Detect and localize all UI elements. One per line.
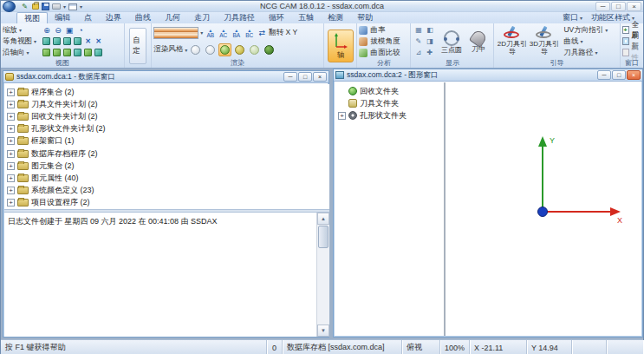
- expand-icon[interactable]: +: [7, 88, 15, 96]
- tree-item-tool-folder-plan[interactable]: +刀具文件夹计划 (2): [7, 98, 329, 110]
- axis-view-icon[interactable]: [53, 49, 61, 56]
- tab-cycle[interactable]: 循环: [262, 12, 291, 23]
- axis-view-icon[interactable]: [42, 49, 50, 56]
- graphics-window-titlebar[interactable]: ssdax.com.dca:2 - 图形窗口 ─ □ ×: [334, 69, 642, 82]
- render-shaded-icon[interactable]: [218, 43, 231, 56]
- flip-icon[interactable]: ⇄: [257, 28, 267, 37]
- expand-icon[interactable]: +: [338, 112, 346, 120]
- axis-view-icon[interactable]: [74, 49, 81, 56]
- chevron-down-icon[interactable]: ▾: [200, 30, 203, 36]
- tab-curve[interactable]: 曲线: [128, 12, 158, 23]
- render-shaded-edges-icon[interactable]: [233, 43, 246, 56]
- surface-compare-button[interactable]: 曲面比较: [359, 47, 408, 58]
- render-hidden-icon[interactable]: [204, 43, 217, 56]
- zoom-box-icon[interactable]: ▣: [64, 25, 75, 35]
- iso-view-icon[interactable]: [63, 37, 71, 45]
- graphics-canvas[interactable]: Y X: [446, 82, 641, 336]
- curve-guide-menu[interactable]: 曲线▾: [563, 36, 608, 47]
- zoom-previous-icon[interactable]: ◔: [75, 25, 86, 35]
- custom-button[interactable]: 自定: [129, 28, 146, 64]
- close-button[interactable]: ×: [313, 72, 327, 82]
- ribbon-style-menu[interactable]: 功能区样式▾: [591, 12, 634, 23]
- tree-item-program-set[interactable]: +程序集合 (2): [7, 86, 329, 98]
- tab-view[interactable]: 视图: [16, 12, 48, 23]
- zoom-in-icon[interactable]: ⊕: [42, 25, 52, 35]
- log-scrollbar[interactable]: ▲ ▼: [316, 213, 329, 337]
- minimize-button[interactable]: ─: [283, 72, 297, 82]
- uv-direction-guide-menu[interactable]: UV方向指引▾: [563, 24, 608, 36]
- draft-angle-button[interactable]: 拔模角度: [359, 36, 408, 47]
- tab-boundary[interactable]: 边界: [99, 12, 128, 23]
- view-pair-ba-icon[interactable]: BA: [231, 28, 242, 39]
- maximize-button[interactable]: □: [298, 72, 312, 82]
- expand-icon[interactable]: +: [7, 125, 15, 133]
- expand-icon[interactable]: +: [7, 101, 15, 108]
- display-icon[interactable]: ◨: [424, 36, 435, 47]
- expand-icon[interactable]: +: [7, 150, 15, 158]
- tree-item-element-props[interactable]: +图元属性 (40): [7, 172, 329, 184]
- expand-icon[interactable]: +: [7, 162, 15, 170]
- display-icon[interactable]: ▦: [413, 24, 424, 36]
- expand-icon[interactable]: +: [7, 137, 15, 145]
- database-window-titlebar[interactable]: ssdax.com.dca:1 - 数据库窗口 ─ □ ×: [3, 71, 329, 83]
- tab-geometry[interactable]: 几何: [158, 12, 187, 23]
- expand-icon[interactable]: +: [7, 113, 15, 121]
- along-axis-menu[interactable]: 沿轴向▾: [3, 48, 41, 58]
- expand-icon[interactable]: +: [7, 187, 15, 194]
- expand-icon[interactable]: +: [7, 199, 15, 206]
- tree-item-recycle-folder-plan[interactable]: +回收文件夹计划 (2): [7, 110, 329, 122]
- tree-item-hole-folder-plan[interactable]: +孔形状文件夹计划 (2): [7, 123, 329, 135]
- scrollbar-thumb[interactable]: [318, 226, 329, 248]
- render-style-menu[interactable]: 渲染风格▾: [153, 44, 187, 55]
- tab-5axis[interactable]: 五轴: [291, 12, 321, 23]
- properties-button[interactable]: 属性: [622, 47, 642, 58]
- view-pair-bc-icon[interactable]: BC: [244, 28, 255, 39]
- render-translucent-icon[interactable]: [248, 43, 261, 56]
- render-solid-icon[interactable]: [263, 43, 276, 56]
- curvature-button[interactable]: 曲率: [359, 24, 408, 36]
- view-pair-ab-icon[interactable]: AB: [205, 28, 216, 39]
- display-icon[interactable]: ✎: [413, 36, 424, 47]
- axis-view-icon[interactable]: [94, 49, 102, 56]
- window-menu[interactable]: 窗口▾: [563, 12, 582, 23]
- scroll-down-icon[interactable]: ▼: [317, 324, 329, 337]
- axis-view-icon[interactable]: [63, 49, 71, 56]
- render-wireframe-icon[interactable]: [189, 43, 202, 56]
- tab-toolpath[interactable]: 刀具路径: [217, 12, 262, 23]
- minimize-button[interactable]: ─: [595, 2, 610, 11]
- close-button[interactable]: ×: [627, 2, 641, 11]
- tree-item-hole-shape-folder[interactable]: +孔形状文件夹: [338, 109, 444, 121]
- zoom-menu[interactable]: 缩放▾: [3, 25, 41, 36]
- view-pair-ac-icon[interactable]: AC: [218, 28, 229, 39]
- render-style-preview[interactable]: [153, 27, 198, 39]
- guide-2d-button[interactable]: 2D刀具引导: [496, 24, 528, 58]
- tree-item-element-set[interactable]: +图元集合 (2): [7, 160, 329, 172]
- toolpath-guide-menu[interactable]: 刀具路径▾: [563, 47, 608, 58]
- tree-item-project-settings[interactable]: +项目设置程序 (2): [7, 197, 329, 209]
- maximize-button[interactable]: □: [612, 70, 626, 80]
- fit-all-icon[interactable]: ✕: [94, 37, 103, 45]
- three-point-circle-button[interactable]: 三点圆: [438, 28, 465, 55]
- iso-view-menu[interactable]: 等角视图▾: [3, 36, 41, 47]
- tree-item-recycle-folder[interactable]: 回收文件夹: [338, 85, 444, 97]
- iso-view-icon[interactable]: [42, 37, 50, 45]
- axis-view-icon[interactable]: [84, 49, 92, 56]
- tab-passes[interactable]: 走刀: [187, 12, 217, 23]
- tree-item-system-colors[interactable]: +系统颜色定义 (23): [7, 185, 329, 197]
- display-icon[interactable]: ⊿: [413, 47, 424, 58]
- display-icon[interactable]: ✚: [424, 47, 435, 58]
- fit-view-icon[interactable]: ✕: [83, 37, 93, 45]
- tree-item-frame-window[interactable]: +框架窗口 (1): [7, 135, 329, 148]
- axis-toggle-button[interactable]: 轴: [328, 30, 354, 62]
- tab-inspect[interactable]: 检测: [321, 12, 350, 23]
- close-button[interactable]: ×: [627, 70, 641, 80]
- expand-icon[interactable]: +: [7, 174, 15, 182]
- maximize-button[interactable]: □: [611, 2, 626, 11]
- tree-item-db-archive[interactable]: +数据库存档程序 (2): [7, 148, 329, 160]
- minimize-button[interactable]: ─: [597, 70, 611, 80]
- flip-xy-button[interactable]: 翻转 X Y: [269, 28, 297, 38]
- tree-item-tool-folder[interactable]: 刀具文件夹: [338, 97, 444, 109]
- zoom-out-icon[interactable]: ⊖: [53, 25, 63, 35]
- display-icon[interactable]: ◧: [424, 24, 435, 36]
- tab-help[interactable]: 帮助: [350, 12, 380, 23]
